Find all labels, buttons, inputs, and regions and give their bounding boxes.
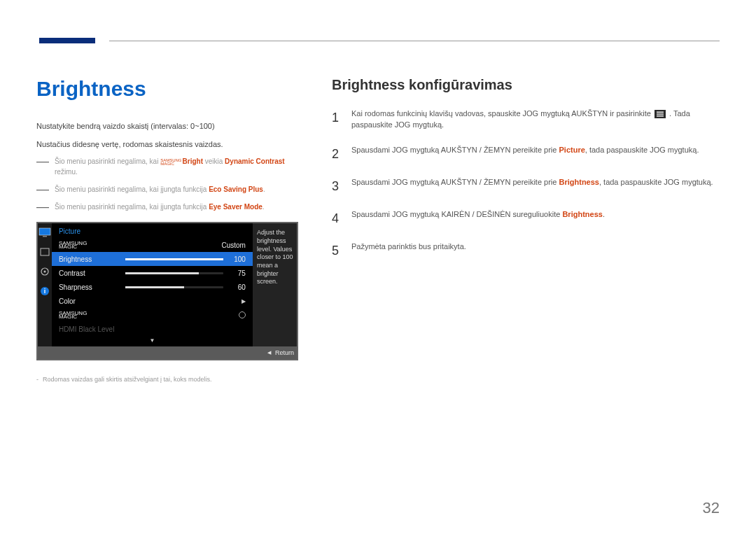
- samsung-magic-stack: SAMSUNGMAGIC: [160, 159, 181, 166]
- osd-brightness-label: Brightness: [59, 255, 125, 263]
- header-bar: [36, 22, 720, 48]
- chevron-right-icon: ▶: [241, 298, 246, 304]
- osd-footer: ◀ Return: [38, 346, 297, 359]
- s2-b: , tada paspauskite JOG mygtuką.: [585, 146, 699, 154]
- osd-sharpness-label: Sharpness: [59, 283, 125, 291]
- step-1: 1 Kai rodomas funkcinių klavišų vadovas,…: [332, 108, 720, 131]
- step-4: 4 Spausdami JOG mygtuką KAIRĖN / DEŠINĖN…: [332, 209, 720, 227]
- osd-hdmi-label: HDMI Black Level: [59, 325, 114, 333]
- osd-contrast-label: Contrast: [59, 269, 125, 277]
- gear-icon: [38, 267, 51, 276]
- osd-sharpness-value: 60: [223, 283, 246, 291]
- osd-magic-value: Custom: [221, 241, 245, 249]
- osd-row-magic-2: SAMSUNGMAGIC: [52, 308, 253, 322]
- note1-post: režimu.: [55, 168, 78, 176]
- info-icon: i: [38, 286, 51, 296]
- osd-sharpness-bar: [125, 286, 223, 288]
- chevron-left-icon: ◀: [267, 350, 271, 356]
- desc-brighter: Nustačius didesnę vertę, rodomas skaiste…: [36, 139, 295, 151]
- samsung-magic-mini: SAMSUNGMAGIC: [59, 241, 87, 249]
- s5: Pažymėta parinktis bus pritaikyta.: [351, 241, 466, 260]
- osd-color-label: Color: [59, 297, 125, 305]
- section-title-config: Brightness konfigūravimas: [332, 77, 720, 93]
- s3-em: Brightness: [559, 178, 599, 186]
- s1-a: Kai rodomas funkcinių klavišų vadovas, s…: [351, 109, 653, 118]
- header-accent: [39, 38, 95, 43]
- svg-rect-8: [657, 112, 664, 113]
- osd-brightness-value: 100: [223, 255, 246, 263]
- note2-em: Eco Saving Plus: [209, 185, 263, 193]
- svg-rect-0: [39, 228, 50, 235]
- osd-row-hdmi-black: HDMI Black Level: [52, 322, 253, 336]
- osd-tip: Adjust the brightness level. Values clos…: [253, 223, 297, 346]
- note3-em: Eye Saver Mode: [209, 203, 262, 211]
- osd-row-contrast: Contrast 75: [52, 266, 253, 280]
- svg-rect-1: [43, 236, 47, 237]
- samsung-magic-mini-2: SAMSUNGMAGIC: [59, 311, 87, 319]
- s2-em: Picture: [559, 146, 585, 154]
- osd-return: Return: [275, 349, 294, 356]
- desc-range: Nustatykite bendrą vaizdo skaistį (inter…: [36, 120, 295, 133]
- footnote-text: Rodomas vaizdas gali skirtis atsižvelgia…: [43, 376, 212, 383]
- s3-b: , tada paspauskite JOG mygtuką.: [599, 178, 713, 186]
- square-icon: [38, 247, 51, 257]
- monitor-icon: [38, 227, 51, 237]
- osd-row-magic-bright: SAMSUNGMAGIC Custom: [52, 238, 253, 252]
- osd-title: Picture: [52, 223, 253, 238]
- osd-row-color: Color ▶: [52, 294, 253, 308]
- osd-contrast-value: 75: [223, 269, 246, 277]
- step-2: 2 Spausdami JOG mygtuką AUKŠTYN / ŽEMYN …: [332, 145, 720, 163]
- note1-dc: Dynamic Contrast: [225, 157, 285, 165]
- note2-pre: Šio meniu pasirinkti negalima, kai įjung…: [55, 185, 209, 193]
- footnote: -Rodomas vaizdas gali skirtis atsižvelgi…: [36, 376, 295, 383]
- s2-a: Spausdami JOG mygtuką AUKŠTYN / ŽEMYN pe…: [351, 146, 559, 154]
- svg-rect-9: [657, 113, 664, 114]
- page-number: 32: [703, 499, 720, 517]
- osd-contrast-bar: [125, 272, 223, 274]
- note-dynamic-contrast: ― Šio meniu pasirinkti negalima, kai SAM…: [36, 156, 295, 177]
- section-title-brightness: Brightness: [36, 77, 295, 101]
- note3-pre: Šio meniu pasirinkti negalima, kai įjung…: [55, 203, 209, 211]
- note1-bright: Bright: [183, 157, 203, 165]
- chevron-down-icon: ▼: [52, 336, 253, 346]
- svg-point-4: [43, 271, 46, 273]
- osd-row-sharpness: Sharpness 60: [52, 280, 253, 294]
- svg-rect-2: [41, 248, 49, 255]
- step-5: 5 Pažymėta parinktis bus pritaikyta.: [332, 241, 720, 260]
- note1-mid: veikia: [203, 157, 225, 165]
- osd-sidebar: i: [38, 223, 52, 346]
- step-3: 3 Spausdami JOG mygtuką AUKŠTYN / ŽEMYN …: [332, 177, 720, 195]
- svg-rect-10: [657, 115, 664, 116]
- circle-icon: [239, 311, 246, 318]
- s4-em: Brightness: [562, 210, 602, 218]
- osd-brightness-bar: [125, 258, 223, 260]
- osd-row-brightness: Brightness 100: [52, 252, 253, 266]
- note-eco-saving: ― Šio meniu pasirinkti negalima, kai įju…: [36, 184, 295, 195]
- note-eye-saver: ― Šio meniu pasirinkti negalima, kai įju…: [36, 202, 295, 212]
- osd-screenshot: i Picture SAMSUNGMAGIC Custom Brightness: [36, 222, 298, 360]
- s4-a: Spausdami JOG mygtuką KAIRĖN / DEŠINĖN s…: [351, 210, 562, 218]
- header-rule: [109, 41, 720, 41]
- svg-text:i: i: [44, 288, 46, 295]
- menu-icon: [654, 110, 666, 118]
- s3-a: Spausdami JOG mygtuką AUKŠTYN / ŽEMYN pe…: [351, 178, 559, 186]
- note1-pre: Šio meniu pasirinkti negalima, kai: [55, 157, 160, 165]
